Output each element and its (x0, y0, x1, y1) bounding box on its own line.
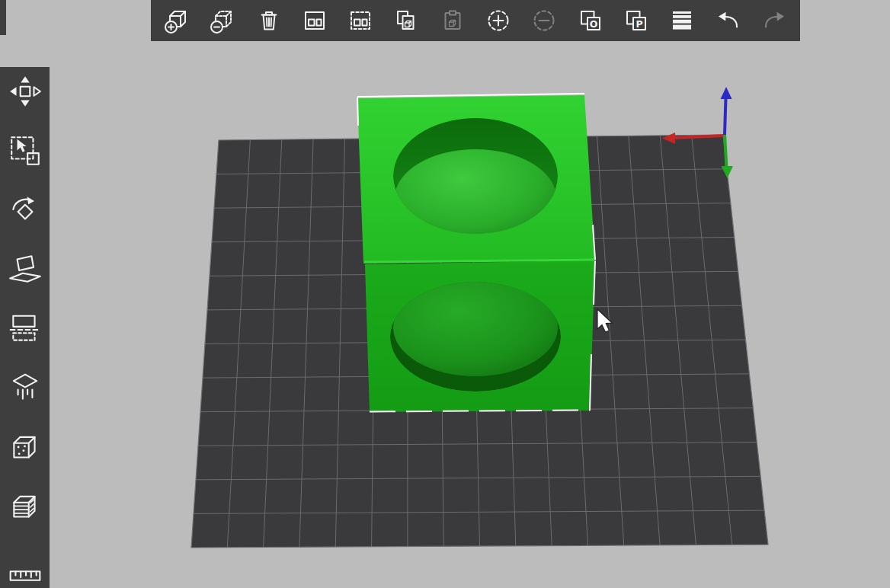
arrange-selection-icon (347, 7, 374, 34)
multimaterial-painting-icon (8, 490, 43, 525)
cut-icon (8, 312, 43, 347)
delete-object-icon (209, 7, 236, 34)
variable-layer-height-icon (668, 7, 696, 34)
copy-button[interactable] (389, 4, 423, 37)
split-to-parts-icon: P (623, 7, 650, 34)
split-to-parts-button[interactable]: P (619, 4, 653, 37)
rotate-icon (8, 193, 43, 228)
redo-button[interactable] (757, 4, 791, 37)
cut-tool-button[interactable] (5, 309, 45, 349)
remove-instance-button[interactable] (527, 4, 561, 37)
trash-icon (255, 7, 283, 34)
delete-all-button[interactable] (252, 4, 286, 37)
variable-layer-height-button[interactable] (665, 4, 699, 37)
scale-tool-button[interactable] (5, 131, 45, 171)
paste-icon (439, 7, 466, 34)
seam-painting-tool-button[interactable] (5, 428, 45, 468)
top-left-panel-fragment (0, 0, 6, 35)
move-icon (8, 74, 43, 109)
svg-text:O: O (589, 18, 597, 30)
add-object-button[interactable] (160, 4, 194, 37)
delete-object-button[interactable] (206, 4, 239, 37)
add-object-icon (163, 7, 190, 34)
arrange-selection-button[interactable] (344, 4, 377, 37)
model-lower-cube[interactable] (365, 260, 595, 412)
top-toolbar: O P (151, 0, 800, 41)
measure-tool-button[interactable] (5, 547, 45, 586)
paint-supports-tool-button[interactable] (5, 369, 45, 408)
copy-icon (392, 7, 420, 34)
rotate-tool-button[interactable] (5, 190, 45, 230)
split-to-objects-icon: O (577, 7, 604, 34)
viewport-3d[interactable] (0, 0, 890, 588)
multimaterial-painting-tool-button[interactable] (5, 487, 45, 527)
split-to-objects-button[interactable]: O (574, 4, 607, 37)
place-on-face-icon (8, 252, 43, 287)
add-instance-button[interactable] (482, 4, 515, 37)
place-on-face-tool-button[interactable] (5, 250, 45, 289)
svg-text:P: P (635, 18, 642, 30)
model-upper-cube[interactable] (357, 95, 595, 264)
arrange-icon (301, 7, 328, 34)
undo-icon (715, 7, 742, 34)
move-tool-button[interactable] (5, 72, 45, 111)
paste-button[interactable] (436, 4, 469, 37)
arrange-button[interactable] (298, 4, 331, 37)
scale-icon (8, 133, 43, 168)
remove-instance-icon (530, 7, 558, 34)
paint-on-supports-icon (8, 371, 43, 406)
seam-painting-icon (8, 430, 43, 465)
side-toolbar (0, 67, 50, 588)
add-instance-icon (485, 7, 512, 34)
undo-button[interactable] (712, 4, 745, 37)
measure-icon (8, 549, 43, 584)
redo-icon (760, 7, 788, 34)
